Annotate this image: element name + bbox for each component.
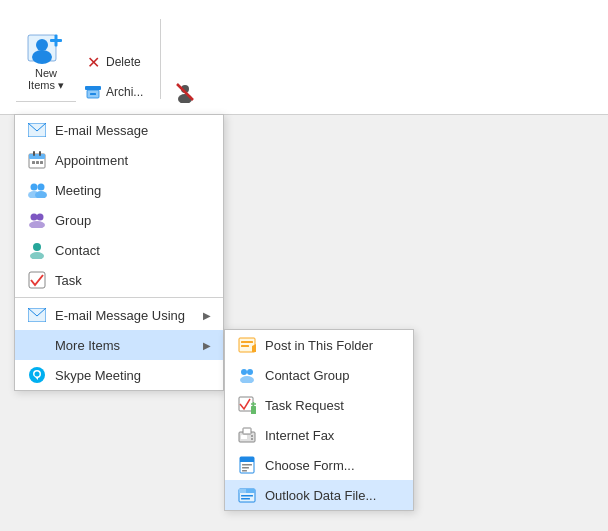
appointment-label: Appointment	[55, 153, 211, 168]
group-label: Group	[55, 213, 211, 228]
contact-group-icon	[237, 365, 257, 385]
contact-label: Contact	[55, 243, 211, 258]
svg-rect-32	[241, 345, 249, 347]
skype-meeting-icon	[27, 365, 47, 385]
submenu-item-post[interactable]: Post in This Folder	[225, 330, 413, 360]
svg-rect-4	[55, 35, 58, 47]
menu-item-group[interactable]: Group	[15, 205, 223, 235]
submenu-item-task-request[interactable]: Task Request	[225, 390, 413, 420]
group-icon	[27, 210, 47, 230]
contact-group-label: Contact Group	[265, 368, 401, 383]
svg-rect-47	[240, 457, 254, 462]
internet-fax-icon	[237, 425, 257, 445]
email-using-label: E-mail Message Using	[55, 308, 195, 323]
svg-point-1	[36, 39, 48, 51]
email-using-arrow: ▶	[203, 310, 211, 321]
svg-point-57	[35, 372, 40, 377]
task-request-icon	[237, 395, 257, 415]
menu-item-meeting[interactable]: Meeting	[15, 175, 223, 205]
svg-rect-13	[29, 154, 45, 159]
svg-point-20	[38, 184, 45, 191]
task-label: Task	[55, 273, 211, 288]
post-icon	[237, 335, 257, 355]
svg-point-24	[37, 214, 44, 221]
menu-item-email-using[interactable]: E-mail Message Using ▶	[15, 300, 223, 330]
svg-rect-14	[33, 151, 35, 156]
choose-form-label: Choose Form...	[265, 458, 401, 473]
outlook-data-file-icon	[237, 485, 257, 505]
svg-point-19	[31, 184, 38, 191]
menu-item-appointment[interactable]: Appointment	[15, 145, 223, 175]
new-items-group: New Items ▾	[16, 22, 76, 106]
email-label: E-mail Message	[55, 123, 211, 138]
svg-rect-48	[242, 464, 252, 466]
new-items-icon	[26, 27, 66, 67]
delete-button[interactable]: ✕ Delete	[76, 48, 150, 76]
choose-form-icon	[237, 455, 257, 475]
submenu-item-choose-form[interactable]: Choose Form...	[225, 450, 413, 480]
email-icon	[27, 120, 47, 140]
menu-item-contact[interactable]: Contact	[15, 235, 223, 265]
svg-point-34	[241, 369, 247, 375]
svg-rect-53	[246, 489, 255, 493]
svg-point-2	[32, 50, 52, 64]
svg-point-36	[240, 376, 254, 383]
submenu-item-internet-fax[interactable]: Internet Fax	[225, 420, 413, 450]
dropdown-menu: E-mail Message Appointment	[14, 114, 224, 391]
svg-rect-54	[241, 495, 253, 497]
svg-point-35	[247, 369, 253, 375]
svg-rect-16	[32, 161, 35, 164]
menu-item-skype-meeting[interactable]: Skype Meeting	[15, 360, 223, 390]
svg-rect-38	[251, 406, 256, 414]
svg-rect-50	[242, 470, 247, 472]
task-icon	[27, 270, 47, 290]
internet-fax-label: Internet Fax	[265, 428, 401, 443]
svg-point-26	[33, 243, 41, 251]
svg-rect-5	[85, 86, 101, 90]
outlook-data-file-label: Outlook Data File...	[265, 488, 401, 503]
svg-rect-37	[239, 397, 253, 411]
svg-rect-31	[241, 341, 253, 343]
delete-icon: ✕	[83, 52, 103, 72]
new-items-group-label	[16, 101, 76, 104]
new-items-button[interactable]: New Items ▾	[16, 22, 76, 97]
meeting-label: Meeting	[55, 183, 211, 198]
svg-point-44	[251, 435, 253, 437]
svg-point-25	[29, 221, 45, 228]
menu-item-more-items[interactable]: More Items ▶ Post in This Folder	[15, 330, 223, 360]
ignore-group	[167, 78, 203, 106]
archive-button[interactable]: Archi...	[76, 78, 150, 106]
svg-rect-49	[242, 467, 249, 469]
more-items-arrow: ▶	[203, 340, 211, 351]
meeting-icon	[27, 180, 47, 200]
svg-rect-52	[239, 489, 246, 493]
svg-rect-17	[36, 161, 39, 164]
more-items-label: More Items	[55, 338, 195, 353]
ribbon: New Items ▾ ✕ Delete	[0, 0, 608, 115]
ignore-button[interactable]	[167, 78, 203, 106]
archive-icon	[83, 82, 103, 102]
submenu: Post in This Folder Contact Group	[224, 329, 414, 511]
menu-item-email[interactable]: E-mail Message	[15, 115, 223, 145]
more-items-icon	[27, 335, 47, 355]
svg-point-23	[31, 214, 38, 221]
contact-icon	[27, 240, 47, 260]
svg-rect-43	[241, 435, 247, 439]
ribbon-divider	[160, 19, 161, 99]
appointment-icon	[27, 150, 47, 170]
menu-item-task[interactable]: Task	[15, 265, 223, 295]
svg-rect-7	[90, 93, 96, 95]
skype-meeting-label: Skype Meeting	[55, 368, 211, 383]
svg-point-27	[30, 252, 44, 259]
svg-rect-55	[241, 498, 250, 500]
submenu-item-contact-group[interactable]: Contact Group	[225, 360, 413, 390]
archive-label: Archi...	[106, 85, 143, 99]
email-using-icon	[27, 305, 47, 325]
post-label: Post in This Folder	[265, 338, 401, 353]
ignore-icon	[174, 81, 196, 103]
svg-point-45	[251, 438, 253, 440]
delete-label: Delete	[106, 55, 141, 69]
svg-rect-15	[39, 151, 41, 156]
separator-1	[15, 297, 223, 298]
submenu-item-outlook-data-file[interactable]: Outlook Data File...	[225, 480, 413, 510]
